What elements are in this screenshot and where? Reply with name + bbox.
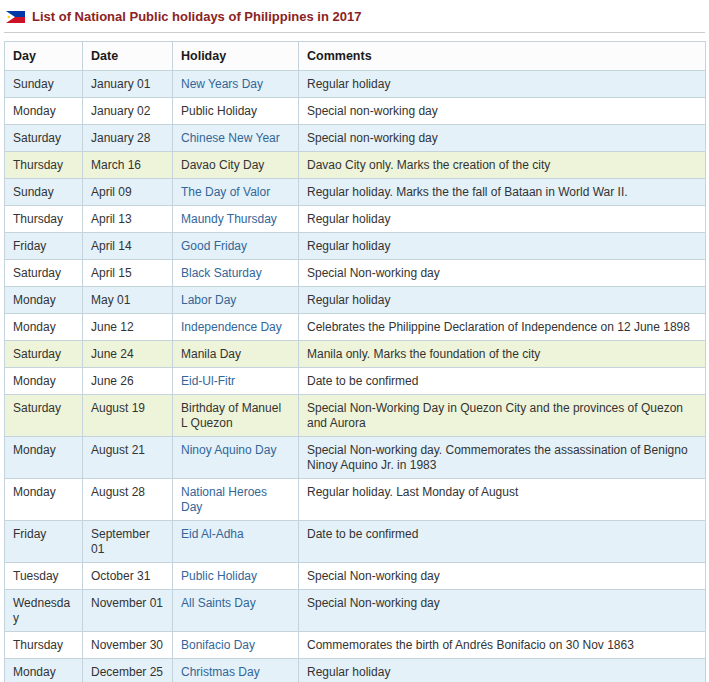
table-row: ThursdayNovember 30Bonifacio DayCommemor… <box>5 632 706 659</box>
date-cell: March 16 <box>83 152 173 179</box>
holiday-cell: Christmas Day <box>173 659 299 682</box>
date-cell: August 21 <box>83 437 173 479</box>
day-cell: Monday <box>5 479 83 521</box>
table-row: ThursdayMarch 16Davao City DayDavao City… <box>5 152 706 179</box>
holiday-link[interactable]: All Saints Day <box>181 596 256 610</box>
date-cell: December 25 <box>83 659 173 682</box>
holiday-label: Birthday of Manuel L Quezon <box>181 401 281 430</box>
day-cell: Sunday <box>5 71 83 98</box>
table-row: FridayApril 14Good FridayRegular holiday <box>5 233 706 260</box>
holiday-cell: Black Saturday <box>173 260 299 287</box>
table-row: SaturdayAugust 19Birthday of Manuel L Qu… <box>5 395 706 437</box>
day-cell: Monday <box>5 314 83 341</box>
holiday-link[interactable]: New Years Day <box>181 77 263 91</box>
comments-cell: Regular holiday. Marks the the fall of B… <box>299 179 706 206</box>
holiday-cell: Bonifacio Day <box>173 632 299 659</box>
holiday-link[interactable]: Eid-Ul-Fitr <box>181 374 235 388</box>
holiday-link[interactable]: Labor Day <box>181 293 236 307</box>
holiday-cell: Independence Day <box>173 314 299 341</box>
holiday-cell: Labor Day <box>173 287 299 314</box>
table-row: SaturdayJanuary 28Chinese New YearSpecia… <box>5 125 706 152</box>
date-cell: August 28 <box>83 479 173 521</box>
table-row: WednesdayNovember 01All Saints DaySpecia… <box>5 590 706 632</box>
day-cell: Thursday <box>5 206 83 233</box>
holiday-link[interactable]: The Day of Valor <box>181 185 270 199</box>
date-cell: January 01 <box>83 71 173 98</box>
date-cell: May 01 <box>83 287 173 314</box>
day-cell: Monday <box>5 368 83 395</box>
holiday-cell: Davao City Day <box>173 152 299 179</box>
comments-cell: Special non-working day <box>299 125 706 152</box>
holiday-link[interactable]: Black Saturday <box>181 266 262 280</box>
table-row: SundayApril 09The Day of ValorRegular ho… <box>5 179 706 206</box>
holiday-cell: Good Friday <box>173 233 299 260</box>
holiday-cell: National Heroes Day <box>173 479 299 521</box>
date-cell: April 09 <box>83 179 173 206</box>
comments-cell: Date to be confirmed <box>299 521 706 563</box>
comments-cell: Date to be confirmed <box>299 368 706 395</box>
holiday-cell: Eid-Ul-Fitr <box>173 368 299 395</box>
comments-cell: Regular holiday <box>299 287 706 314</box>
holiday-link[interactable]: Public Holiday <box>181 569 257 583</box>
date-cell: October 31 <box>83 563 173 590</box>
holiday-cell: All Saints Day <box>173 590 299 632</box>
column-header-date: Date <box>83 42 173 71</box>
comments-cell: Regular holiday. Last Monday of August <box>299 479 706 521</box>
comments-cell: Special Non-working day <box>299 590 706 632</box>
holiday-cell: Ninoy Aquino Day <box>173 437 299 479</box>
column-header-day: Day <box>5 42 83 71</box>
holiday-cell: Maundy Thursday <box>173 206 299 233</box>
holiday-label: Davao City Day <box>181 158 264 172</box>
comments-cell: Special Non-working day <box>299 563 706 590</box>
holiday-link[interactable]: Eid Al-Adha <box>181 527 244 541</box>
holiday-label: Manila Day <box>181 347 241 361</box>
holiday-link[interactable]: Independence Day <box>181 320 282 334</box>
holiday-link[interactable]: Christmas Day <box>181 665 260 679</box>
day-cell: Monday <box>5 98 83 125</box>
column-header-comments: Comments <box>299 42 706 71</box>
day-cell: Friday <box>5 233 83 260</box>
date-cell: August 19 <box>83 395 173 437</box>
holiday-cell: Birthday of Manuel L Quezon <box>173 395 299 437</box>
holiday-link[interactable]: Bonifacio Day <box>181 638 255 652</box>
column-header-holiday: Holiday <box>173 42 299 71</box>
header-row: Day Date Holiday Comments <box>5 42 706 71</box>
date-cell: April 13 <box>83 206 173 233</box>
comments-cell: Special Non-working day <box>299 260 706 287</box>
comments-cell: Regular holiday <box>299 206 706 233</box>
holiday-link[interactable]: Good Friday <box>181 239 247 253</box>
date-cell: November 30 <box>83 632 173 659</box>
date-cell: April 15 <box>83 260 173 287</box>
philippines-flag-icon <box>6 11 25 23</box>
holiday-cell: The Day of Valor <box>173 179 299 206</box>
day-cell: Saturday <box>5 125 83 152</box>
comments-cell: Davao City only. Marks the creation of t… <box>299 152 706 179</box>
table-row: SaturdayApril 15Black SaturdaySpecial No… <box>5 260 706 287</box>
day-cell: Wednesday <box>5 590 83 632</box>
comments-cell: Regular holiday <box>299 71 706 98</box>
holiday-cell: Public Holiday <box>173 98 299 125</box>
date-cell: January 02 <box>83 98 173 125</box>
holiday-link[interactable]: Ninoy Aquino Day <box>181 443 276 457</box>
day-cell: Thursday <box>5 152 83 179</box>
holiday-cell: Chinese New Year <box>173 125 299 152</box>
table-body: SundayJanuary 01New Years DayRegular hol… <box>5 71 706 682</box>
holiday-link[interactable]: Maundy Thursday <box>181 212 277 226</box>
date-cell: April 14 <box>83 233 173 260</box>
date-cell: January 28 <box>83 125 173 152</box>
holidays-table: Day Date Holiday Comments SundayJanuary … <box>4 41 706 682</box>
day-cell: Saturday <box>5 341 83 368</box>
table-row: MondayJune 26Eid-Ul-FitrDate to be confi… <box>5 368 706 395</box>
holiday-link[interactable]: National Heroes Day <box>181 485 267 514</box>
holiday-link[interactable]: Chinese New Year <box>181 131 280 145</box>
table-row: ThursdayApril 13Maundy ThursdayRegular h… <box>5 206 706 233</box>
table-row: FridaySeptember 01Eid Al-AdhaDate to be … <box>5 521 706 563</box>
comments-cell: Regular holiday <box>299 233 706 260</box>
holiday-cell: Public Holiday <box>173 563 299 590</box>
day-cell: Saturday <box>5 395 83 437</box>
holiday-cell: Manila Day <box>173 341 299 368</box>
date-cell: June 24 <box>83 341 173 368</box>
day-cell: Thursday <box>5 632 83 659</box>
page: List of National Public holidays of Phil… <box>0 0 709 682</box>
day-cell: Monday <box>5 659 83 682</box>
